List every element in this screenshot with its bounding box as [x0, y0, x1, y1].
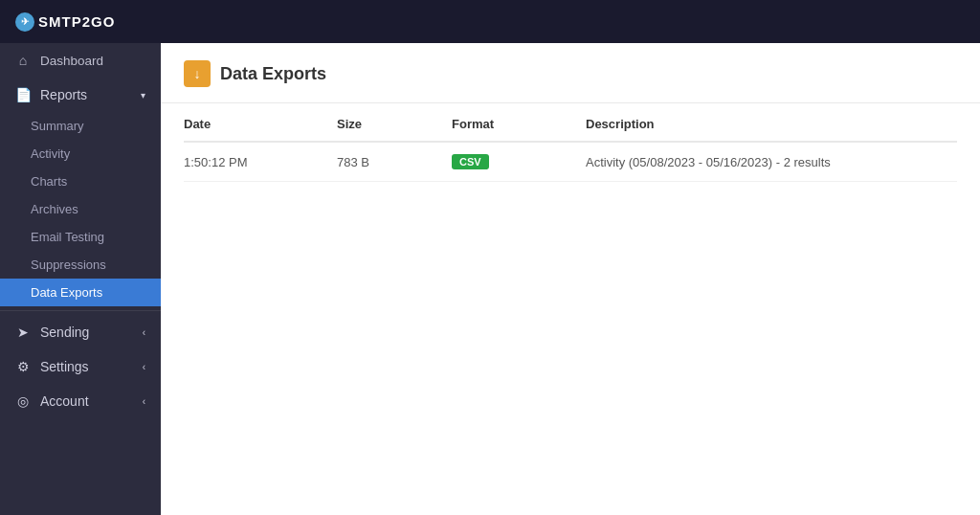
export-size: 783 B	[337, 142, 452, 182]
page-header: ↓ Data Exports	[161, 43, 980, 103]
chevron-account-icon: ‹	[143, 396, 145, 407]
reports-icon: 📄	[15, 87, 31, 102]
chevron-down-icon: ▾	[141, 90, 145, 101]
sending-icon: ➤	[15, 325, 31, 340]
col-header-description: Description	[586, 103, 957, 142]
layout: ⌂ Dashboard 📄 Reports ▾ Summary Activity…	[0, 43, 980, 515]
table-row: 1:50:12 PM 783 B CSV Activity (05/08/202…	[184, 142, 957, 182]
page-title-icon: ↓	[184, 60, 211, 87]
logo: ✈ SMTP2GO	[15, 12, 115, 32]
sidebar-item-email-testing[interactable]: Email Testing	[0, 223, 161, 251]
export-date: 1:50:12 PM	[184, 142, 337, 182]
sidebar-label-activity: Activity	[31, 146, 70, 161]
page-title: Data Exports	[220, 64, 326, 84]
export-format: CSV	[452, 142, 586, 182]
sidebar-item-account[interactable]: ◎ Account ‹	[0, 384, 161, 418]
chevron-settings-icon: ‹	[143, 362, 145, 372]
sidebar-label-suppressions: Suppressions	[31, 258, 106, 272]
sidebar-label-dashboard: Dashboard	[40, 54, 103, 68]
logo-icon: ✈	[15, 12, 34, 32]
sidebar-label-account: Account	[40, 393, 89, 409]
account-icon: ◎	[15, 393, 31, 409]
exports-table: Date Size Format Description 1:50:12 PM …	[184, 103, 957, 182]
sidebar-label-data-exports: Data Exports	[31, 285, 102, 300]
sidebar-label-reports: Reports	[40, 87, 87, 102]
sidebar-label-email-testing: Email Testing	[31, 230, 104, 244]
content-area: ↓ Data Exports Date Size Format Descript…	[161, 43, 980, 515]
chevron-sending-icon: ‹	[143, 327, 145, 338]
table-header-row: Date Size Format Description	[184, 103, 957, 142]
sidebar-label-archives: Archives	[31, 202, 78, 216]
top-bar: ✈ SMTP2GO	[0, 0, 980, 43]
export-description: Activity (05/08/2023 - 05/16/2023) - 2 r…	[586, 142, 957, 182]
dashboard-icon: ⌂	[15, 53, 31, 68]
sidebar-label-sending: Sending	[40, 325, 89, 340]
table-container: Date Size Format Description 1:50:12 PM …	[161, 103, 980, 182]
sidebar-label-summary: Summary	[31, 119, 84, 133]
col-header-format: Format	[452, 103, 586, 142]
col-header-size: Size	[337, 103, 452, 142]
sidebar-item-sending[interactable]: ➤ Sending ‹	[0, 315, 161, 349]
sidebar-item-settings[interactable]: ⚙ Settings ‹	[0, 349, 161, 384]
main-content: ↓ Data Exports Date Size Format Descript…	[161, 43, 980, 515]
col-header-date: Date	[184, 103, 337, 142]
sidebar-label-charts: Charts	[31, 174, 67, 189]
sidebar: ⌂ Dashboard 📄 Reports ▾ Summary Activity…	[0, 43, 161, 515]
sidebar-item-suppressions[interactable]: Suppressions	[0, 251, 161, 279]
sidebar-item-dashboard[interactable]: ⌂ Dashboard	[0, 43, 161, 78]
sidebar-divider-1	[0, 310, 161, 311]
settings-icon: ⚙	[15, 359, 31, 374]
csv-badge: CSV	[452, 154, 489, 169]
sidebar-item-reports[interactable]: 📄 Reports ▾	[0, 78, 161, 112]
sidebar-item-summary[interactable]: Summary	[0, 112, 161, 140]
logo-text: SMTP2GO	[38, 13, 115, 30]
sidebar-label-settings: Settings	[40, 359, 89, 374]
sidebar-item-charts[interactable]: Charts	[0, 168, 161, 195]
sidebar-item-archives[interactable]: Archives	[0, 195, 161, 223]
sidebar-item-activity[interactable]: Activity	[0, 140, 161, 168]
sidebar-item-data-exports[interactable]: Data Exports	[0, 279, 161, 306]
